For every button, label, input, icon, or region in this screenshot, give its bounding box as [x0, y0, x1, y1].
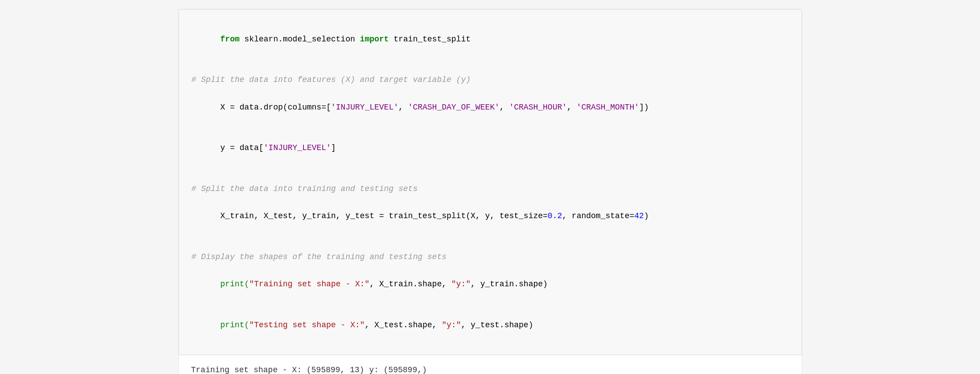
comma-2: ,	[500, 103, 509, 112]
comment-3: # Display the shapes of the training and…	[192, 250, 789, 264]
code-line-5: X_train, X_test, y_train, y_test = train…	[192, 196, 789, 237]
code-line-7: print("Testing set shape - X:", X_test.s…	[192, 305, 789, 346]
comment-2: # Split the data into training and testi…	[192, 182, 789, 196]
col-crash-month: 'CRASH_MONTH'	[577, 103, 639, 112]
empty-line-3	[192, 237, 789, 251]
col-injury: 'INJURY_LEVEL'	[331, 103, 398, 112]
train-str: "Training set shape - X:"	[249, 280, 369, 289]
print-kw-1: print(	[220, 280, 249, 289]
import-target: train_test_split	[389, 35, 471, 44]
comma-3: ,	[567, 103, 577, 112]
col-crash-day: 'CRASH_DAY_OF_WEEK'	[408, 103, 500, 112]
train-y-shape: , y_train.shape)	[471, 280, 548, 289]
code-line-6: print("Training set shape - X:", X_train…	[192, 264, 789, 305]
empty-line-1	[192, 60, 789, 73]
code-area[interactable]: from sklearn.model_selection import trai…	[179, 9, 802, 355]
close-sq: ]	[331, 143, 336, 152]
code-line-1: from sklearn.model_selection import trai…	[192, 19, 789, 60]
random-state-kw: , random_state=	[562, 211, 634, 220]
print-kw-2: print(	[220, 321, 249, 329]
test-y-shape: , y_test.shape)	[461, 321, 533, 329]
test-size-val: 0.2	[548, 211, 562, 220]
close-bracket: ])	[639, 103, 649, 112]
output-line-1: Training set shape - X: (595899, 13) y: …	[191, 363, 789, 374]
y-assign: y = data[	[220, 143, 263, 152]
y-str-1: "y:"	[451, 280, 471, 289]
module-name: sklearn.model_selection	[240, 35, 360, 44]
col-injury-level: 'INJURY_LEVEL'	[264, 143, 331, 152]
code-line-3: X = data.drop(columns=['INJURY_LEVEL', '…	[192, 87, 789, 128]
test-str: "Testing set shape - X:"	[249, 321, 365, 329]
keyword-import: import	[360, 35, 389, 44]
col-crash-hour: 'CRASH_HOUR'	[509, 103, 567, 112]
empty-line-2	[192, 169, 789, 183]
train-shape: , X_train.shape,	[369, 280, 451, 289]
x-assign: X = data.drop(columns=[	[220, 103, 331, 112]
random-state-val: 42	[634, 211, 644, 220]
close-paren: )	[644, 211, 649, 220]
test-shape: , X_test.shape,	[365, 321, 442, 329]
code-line-4: y = data['INJURY_LEVEL']	[192, 128, 789, 169]
comment-1: # Split the data into features (X) and t…	[192, 73, 789, 87]
comma-1: ,	[398, 103, 408, 112]
split-call: X_train, X_test, y_train, y_test = train…	[220, 211, 548, 220]
notebook-cell: from sklearn.model_selection import trai…	[178, 9, 802, 374]
y-str-2: "y:"	[442, 321, 461, 329]
output-area: Training set shape - X: (595899, 13) y: …	[179, 355, 802, 374]
keyword-from: from	[220, 35, 239, 44]
